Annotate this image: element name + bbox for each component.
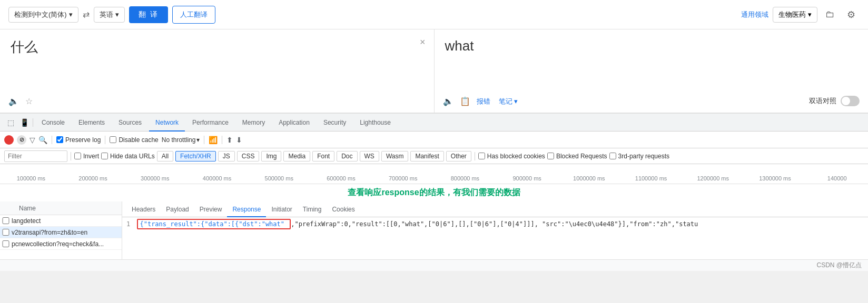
request-row-pcnewcollection[interactable]: pcnewcollection?req=check&fa... bbox=[0, 238, 122, 250]
tick-14: 140000 bbox=[806, 175, 868, 181]
hide-data-urls-checkbox[interactable] bbox=[101, 153, 108, 159]
disable-cache-checkbox[interactable] bbox=[110, 136, 116, 143]
detail-tab-response[interactable]: Response bbox=[227, 201, 266, 217]
detail-tab-headers[interactable]: Headers bbox=[126, 201, 161, 217]
record-button[interactable] bbox=[4, 135, 14, 145]
blocked-requests-label[interactable]: Blocked Requests bbox=[547, 153, 607, 160]
css-filter-chip[interactable]: CSS bbox=[237, 151, 260, 161]
detail-tab-preview[interactable]: Preview bbox=[194, 201, 228, 217]
detail-tab-initiator[interactable]: Initiator bbox=[266, 201, 297, 217]
manifest-filter-chip[interactable]: Manifest bbox=[410, 151, 443, 161]
req-name-header: Name bbox=[19, 205, 36, 212]
third-party-text: 3rd-party requests bbox=[618, 153, 669, 160]
search-button[interactable]: 🔍 bbox=[38, 136, 47, 144]
tab-security[interactable]: Security bbox=[317, 114, 352, 132]
fetch-xhr-filter-chip[interactable]: Fetch/XHR bbox=[175, 151, 216, 161]
bilingual-toggle[interactable] bbox=[841, 96, 860, 106]
upload-icon-button[interactable]: ⬆ bbox=[226, 136, 233, 144]
tick-9: 900000 ms bbox=[496, 175, 558, 181]
tab-elements[interactable]: Elements bbox=[72, 114, 111, 132]
req-checkbox-3[interactable] bbox=[2, 240, 9, 247]
result-copy-icon[interactable]: 📋 bbox=[460, 96, 470, 106]
source-sound-icon[interactable]: 🔈 bbox=[8, 96, 19, 106]
preserve-log-label[interactable]: Preserve log bbox=[56, 136, 101, 144]
hide-data-urls-text: Hide data URLs bbox=[110, 153, 155, 160]
blocked-requests-text: Blocked Requests bbox=[556, 153, 607, 160]
folder-icon[interactable]: 🗀 bbox=[822, 6, 839, 23]
response-json-start: {"trans_result":{"data":[{"dst":"what" bbox=[140, 220, 284, 228]
credit-text: CSDN @懵亿点 bbox=[816, 261, 862, 270]
note-link[interactable]: 笔记 ▾ bbox=[499, 97, 518, 106]
devtools-tabs: ⬚ 📱 Console Elements Sources Network Per… bbox=[0, 114, 868, 132]
request-list: Name langdetect v2transapi?from=zh&to=en… bbox=[0, 201, 122, 259]
req-checkbox-1[interactable] bbox=[2, 217, 9, 224]
js-filter-chip[interactable]: JS bbox=[218, 151, 235, 161]
target-lang-select[interactable]: 英语 ▾ bbox=[94, 7, 125, 23]
tab-console[interactable]: Console bbox=[35, 114, 71, 132]
target-lang-dropdown-icon: ▾ bbox=[115, 11, 119, 18]
img-filter-chip[interactable]: Img bbox=[261, 151, 281, 161]
filter-icon-button[interactable]: ▽ bbox=[29, 136, 35, 144]
request-row-v2transapi[interactable]: v2transapi?from=zh&to=en bbox=[0, 227, 122, 238]
domain-chevron-icon: ▾ bbox=[808, 11, 812, 18]
bilingual-toggle-area: 双语对照 bbox=[809, 96, 860, 106]
tab-application[interactable]: Application bbox=[272, 114, 316, 132]
devtools-inspect-icon[interactable]: ⬚ bbox=[4, 116, 17, 129]
devtools-device-icon[interactable]: 📱 bbox=[18, 116, 31, 129]
font-filter-chip[interactable]: Font bbox=[312, 151, 334, 161]
preserve-log-checkbox[interactable] bbox=[56, 136, 63, 143]
wifi-icon-button[interactable]: 📶 bbox=[209, 136, 218, 144]
invert-label[interactable]: Invert bbox=[74, 153, 99, 160]
ws-filter-chip[interactable]: WS bbox=[360, 151, 379, 161]
tab-lighthouse[interactable]: Lighthouse bbox=[353, 114, 397, 132]
stop-button[interactable]: ⊘ bbox=[17, 135, 26, 145]
req-name-1: langdetect bbox=[12, 217, 41, 225]
tab-performance[interactable]: Performance bbox=[186, 114, 235, 132]
third-party-checkbox[interactable] bbox=[609, 153, 616, 159]
media-filter-chip[interactable]: Media bbox=[283, 151, 310, 161]
report-link[interactable]: 报错 bbox=[477, 97, 490, 106]
translate-button[interactable]: 翻 译 bbox=[129, 6, 168, 23]
detail-tab-timing[interactable]: Timing bbox=[298, 201, 327, 217]
response-remaining-text: ,"prefixWrap":0,"result":[[0,"what",["0|… bbox=[291, 220, 698, 228]
filter-input[interactable] bbox=[4, 150, 67, 162]
detail-tab-payload[interactable]: Payload bbox=[161, 201, 194, 217]
bottom-bar: CSDN @懵亿点 bbox=[0, 259, 868, 271]
blocked-cookies-checkbox[interactable] bbox=[478, 153, 485, 159]
disable-cache-label[interactable]: Disable cache bbox=[110, 136, 158, 144]
response-line-number: 1 bbox=[126, 220, 130, 228]
toolbar-sep4 bbox=[222, 136, 222, 144]
request-list-header: Name bbox=[0, 201, 122, 215]
other-filter-chip[interactable]: Other bbox=[446, 151, 471, 161]
detail-tab-cookies[interactable]: Cookies bbox=[327, 201, 360, 217]
tab-network[interactable]: Network bbox=[149, 114, 185, 132]
clear-source-button[interactable]: × bbox=[420, 37, 426, 48]
manual-translate-button[interactable]: 人工翻译 bbox=[172, 6, 215, 24]
all-filter-chip[interactable]: All bbox=[157, 151, 173, 161]
settings-icon[interactable]: ⚙ bbox=[843, 6, 860, 23]
invert-text: Invert bbox=[83, 153, 99, 160]
doc-filter-chip[interactable]: Doc bbox=[337, 151, 357, 161]
domain-dropdown[interactable]: 生物医药 ▾ bbox=[773, 7, 817, 23]
blocked-requests-checkbox[interactable] bbox=[547, 153, 554, 159]
translation-bar: 检测到中文(简体) ▾ ⇄ 英语 ▾ 翻 译 人工翻译 通用领域 生物医药 ▾ … bbox=[0, 0, 868, 29]
hide-data-urls-label[interactable]: Hide data URLs bbox=[101, 153, 155, 160]
invert-checkbox[interactable] bbox=[74, 153, 81, 159]
req-checkbox-2[interactable] bbox=[2, 229, 9, 236]
source-lang-select[interactable]: 检测到中文(简体) ▾ bbox=[8, 7, 78, 23]
request-row-langdetect[interactable]: langdetect bbox=[0, 215, 122, 227]
domain-link[interactable]: 通用领域 bbox=[741, 10, 768, 19]
source-star-icon[interactable]: ☆ bbox=[25, 96, 33, 106]
wasm-filter-chip[interactable]: Wasm bbox=[381, 151, 409, 161]
blocked-cookies-text: Has blocked cookies bbox=[487, 153, 545, 160]
result-sound-icon[interactable]: 🔈 bbox=[443, 96, 453, 106]
tab-memory[interactable]: Memory bbox=[236, 114, 271, 132]
annotation-text: 查看响应response的结果，有我们需要的数据 bbox=[0, 184, 868, 201]
third-party-label[interactable]: 3rd-party requests bbox=[609, 153, 669, 160]
swap-lang-icon[interactable]: ⇄ bbox=[83, 9, 90, 19]
download-icon-button[interactable]: ⬇ bbox=[236, 136, 242, 144]
throttle-select[interactable]: No throttling ▾ bbox=[162, 136, 200, 144]
domain-area: 通用领域 生物医药 ▾ 🗀 ⚙ bbox=[741, 6, 860, 23]
blocked-cookies-label[interactable]: Has blocked cookies bbox=[478, 153, 545, 160]
tab-sources[interactable]: Sources bbox=[112, 114, 148, 132]
